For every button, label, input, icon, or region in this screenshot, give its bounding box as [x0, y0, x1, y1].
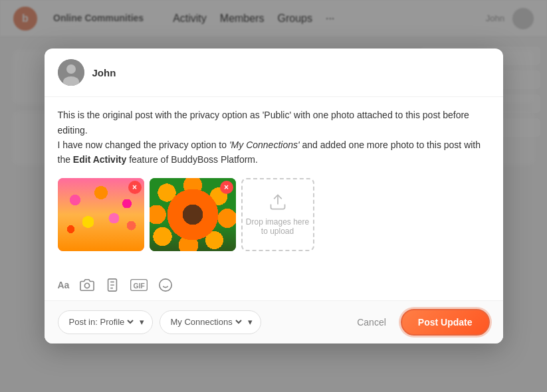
modal-username: John	[92, 67, 116, 78]
image-grid: × × Drop images here	[58, 178, 490, 251]
upload-zone-label: Drop images here to upload	[243, 217, 313, 236]
font-button[interactable]: Aa	[58, 280, 70, 290]
post-in-dropdown[interactable]: Post in: Profile ▾	[58, 310, 153, 334]
svg-point-1	[66, 64, 76, 74]
svg-point-4	[85, 283, 90, 288]
svg-point-11	[160, 279, 171, 291]
svg-text:GIF: GIF	[134, 282, 145, 289]
post-in-chevron-icon: ▾	[140, 317, 144, 327]
modal-header: John	[45, 49, 503, 97]
camera-button[interactable]	[80, 278, 94, 292]
document-button[interactable]	[105, 278, 120, 292]
post-update-button[interactable]: Post Update	[401, 309, 490, 336]
gif-button[interactable]: GIF	[130, 278, 148, 292]
privacy-chevron-icon: ▾	[248, 317, 253, 327]
modal-body: This is the original post with the priva…	[45, 97, 503, 272]
post-in-select[interactable]: Post in: Profile	[66, 316, 136, 328]
image-upload-zone[interactable]: Drop images here to upload	[241, 178, 314, 251]
privacy-select[interactable]: My Connections Public Only Me	[168, 316, 244, 328]
edit-post-modal: John This is the original post with the …	[45, 49, 503, 343]
remove-image-1-button[interactable]: ×	[128, 181, 142, 194]
image-thumb-1: ×	[58, 178, 144, 251]
modal-overlay[interactable]: John This is the original post with the …	[0, 0, 547, 392]
post-text: This is the original post with the priva…	[58, 108, 490, 167]
remove-image-2-button[interactable]: ×	[220, 181, 233, 194]
image-thumb-2: ×	[150, 178, 236, 251]
modal-toolbar: Aa GIF	[45, 272, 503, 301]
emoji-button[interactable]	[158, 278, 173, 292]
cancel-button[interactable]: Cancel	[349, 312, 394, 333]
modal-user-avatar	[58, 59, 84, 86]
privacy-dropdown[interactable]: My Connections Public Only Me ▾	[160, 310, 261, 334]
modal-footer: Post in: Profile ▾ My Connections Public…	[45, 301, 503, 343]
upload-icon	[269, 193, 287, 213]
